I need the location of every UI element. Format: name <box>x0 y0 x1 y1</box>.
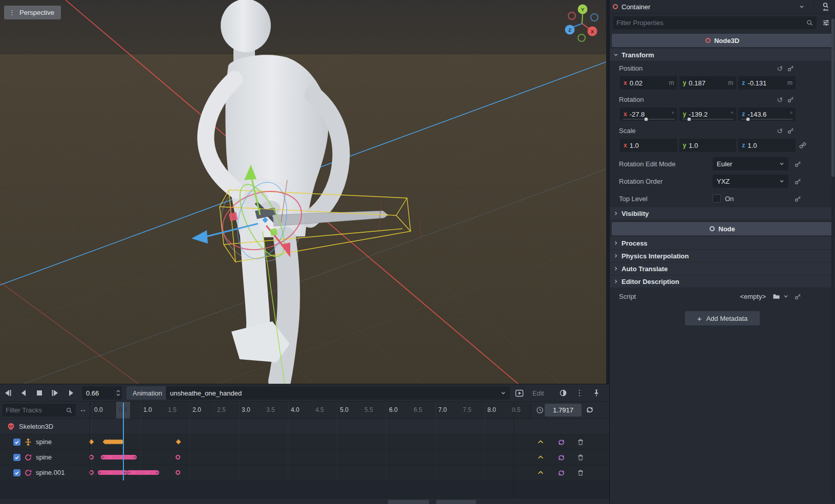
key-icon[interactable] <box>795 293 801 300</box>
keyframe[interactable] <box>155 470 159 475</box>
transform-section-header[interactable]: Transform <box>610 49 835 61</box>
play-button[interactable] <box>65 386 78 400</box>
snap-time-button[interactable] <box>533 404 546 416</box>
track-wrap-button[interactable] <box>555 451 567 464</box>
folder-icon[interactable] <box>771 290 781 302</box>
track-delete-button[interactable] <box>574 451 587 464</box>
animation-menu-button[interactable]: Animation <box>126 386 168 400</box>
top-level-checkbox[interactable] <box>713 194 721 203</box>
track-timeline[interactable] <box>90 434 513 449</box>
perspective-button[interactable]: ⋮ Perspective <box>4 6 61 19</box>
stop-button[interactable] <box>33 386 46 400</box>
inspector-scrollbar[interactable] <box>831 15 834 501</box>
edit-menu-button[interactable]: Edit <box>532 384 544 402</box>
playhead[interactable] <box>123 403 124 480</box>
filter-properties-box[interactable] <box>613 16 817 29</box>
physics-interpolation-section-header[interactable]: Physics Interpolation <box>610 250 835 262</box>
track-wrap-button[interactable] <box>555 436 567 448</box>
visibility-section-header[interactable]: Visibility <box>610 207 835 220</box>
key-icon[interactable] <box>795 161 801 167</box>
key-icon[interactable] <box>787 65 794 72</box>
keyframe[interactable] <box>176 455 180 459</box>
scale-z-field[interactable]: z1.0 <box>738 139 796 152</box>
key-icon[interactable] <box>787 127 794 134</box>
keyframe[interactable] <box>89 470 94 475</box>
autoplay-toggle-button[interactable] <box>513 387 525 399</box>
key-icon[interactable] <box>787 96 794 103</box>
script-dropdown-button[interactable] <box>781 290 790 302</box>
timeline-ruler[interactable]: 0.00.51.01.52.02.53.03.54.04.55.05.56.06… <box>90 402 531 419</box>
rotation-edit-mode-dropdown[interactable]: Euler <box>713 157 788 170</box>
track-row[interactable]: spine <box>0 434 609 450</box>
property-tools-button[interactable] <box>820 17 832 29</box>
filter-properties-input[interactable] <box>616 19 806 27</box>
object-dropdown-button[interactable] <box>796 1 808 13</box>
footer-button[interactable] <box>388 500 429 504</box>
position-x-field[interactable]: x0.02m <box>620 76 677 90</box>
time-spinner-arrows[interactable] <box>114 386 122 400</box>
script-value[interactable]: <empty> <box>740 293 766 300</box>
track-delete-button[interactable] <box>574 467 587 479</box>
more-options-button[interactable]: ⋮ <box>573 387 586 399</box>
slider-track[interactable] <box>682 119 734 120</box>
editor-description-section-header[interactable]: Editor Description <box>610 275 835 288</box>
current-time-input[interactable] <box>82 389 114 397</box>
track-interp-button[interactable] <box>534 436 547 448</box>
track-enabled-checkbox[interactable] <box>13 439 20 446</box>
pin-panel-button[interactable] <box>590 387 603 399</box>
position-y-field[interactable]: y0.187m <box>679 76 737 90</box>
loop-animation-button[interactable] <box>584 404 596 416</box>
revert-icon[interactable]: ↺ <box>777 127 783 135</box>
track-row[interactable]: spine.001 <box>0 465 609 480</box>
rotation-z-field[interactable]: z-143.6° <box>738 107 796 121</box>
current-time-spinbox[interactable] <box>82 386 122 400</box>
track-enabled-checkbox[interactable] <box>13 454 20 461</box>
rotation-x-field[interactable]: x-27.8° <box>620 107 677 121</box>
scale-x-field[interactable]: x1.0 <box>620 139 677 152</box>
track-group-row[interactable]: Skeleton3D <box>0 419 609 434</box>
filter-tracks-input[interactable] <box>6 406 66 414</box>
keyframe[interactable] <box>176 470 180 475</box>
keyframe[interactable] <box>176 440 181 445</box>
track-timeline[interactable] <box>90 450 513 465</box>
animation-name-dropdown[interactable]: unsheathe_one_handed <box>166 386 510 400</box>
track-interp-button[interactable] <box>534 467 547 479</box>
key-icon[interactable] <box>795 195 801 202</box>
node-section-bar[interactable]: Node <box>612 222 833 235</box>
slider-track[interactable] <box>623 119 675 120</box>
track-timeline[interactable] <box>90 419 513 434</box>
node3d-section-bar[interactable]: Node3D <box>612 34 833 47</box>
selected-object-name[interactable]: Container <box>622 3 792 11</box>
timeline-zoom-icon[interactable]: ↔ <box>79 405 87 413</box>
play-backwards-button[interactable] <box>17 386 30 400</box>
slider-track[interactable] <box>741 119 793 120</box>
footer-button[interactable] <box>436 500 476 504</box>
track-interp-button[interactable] <box>534 451 547 464</box>
keyframe[interactable] <box>132 455 137 459</box>
animation-length-field[interactable]: 1.7917 <box>545 404 582 417</box>
auto-translate-section-header[interactable]: Auto Translate <box>610 262 835 275</box>
play-from-start-button[interactable] <box>49 386 62 400</box>
onion-skinning-button[interactable] <box>557 387 569 399</box>
rotation-y-field[interactable]: y-139.2° <box>679 107 737 121</box>
keyframe[interactable] <box>89 440 94 445</box>
track-row[interactable]: spine <box>0 450 609 465</box>
add-metadata-button[interactable]: + Add Metadata <box>685 311 760 325</box>
scale-y-field[interactable]: y1.0 <box>679 139 737 152</box>
revert-icon[interactable]: ↺ <box>777 96 783 103</box>
process-section-header[interactable]: Process <box>610 237 835 250</box>
rotation-order-dropdown[interactable]: YXZ <box>713 174 788 188</box>
link-scale-icon[interactable] <box>799 142 806 150</box>
play-backwards-from-end-button[interactable] <box>1 386 14 400</box>
open-docs-button[interactable]: doc <box>820 1 832 13</box>
position-z-field[interactable]: z-0.131m <box>738 76 796 90</box>
track-delete-button[interactable] <box>574 436 587 448</box>
track-enabled-checkbox[interactable] <box>13 469 20 476</box>
keyframe[interactable] <box>89 455 94 459</box>
key-icon[interactable] <box>795 178 801 185</box>
track-timeline[interactable] <box>90 465 513 480</box>
filter-tracks-box[interactable] <box>2 404 76 417</box>
track-wrap-button[interactable] <box>555 467 567 479</box>
revert-icon[interactable]: ↺ <box>777 65 783 72</box>
viewport-3d[interactable]: Y X Z ⋮ Perspective <box>0 0 606 384</box>
